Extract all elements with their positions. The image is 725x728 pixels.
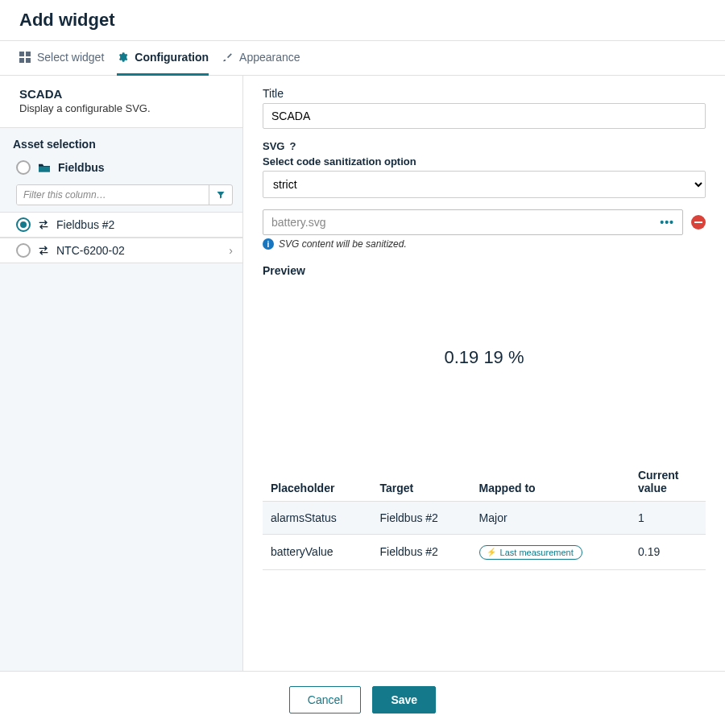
asset-tree: Fieldbus Fieldbus #2 NTC-620 bbox=[0, 155, 242, 671]
tab-label: Select widget bbox=[37, 51, 104, 64]
help-icon[interactable]: ? bbox=[289, 140, 296, 152]
footer: Cancel Save bbox=[0, 671, 725, 728]
file-browse-icon[interactable]: ••• bbox=[660, 216, 674, 229]
info-icon: i bbox=[263, 238, 274, 250]
svg-rect-2 bbox=[19, 58, 24, 63]
tree-label: NTC-6200-02 bbox=[56, 244, 222, 257]
preview-value: 0.19 19 % bbox=[444, 347, 524, 368]
file-input[interactable]: battery.svg ••• bbox=[263, 209, 683, 235]
title-label: Title bbox=[263, 87, 706, 100]
radio-checked[interactable] bbox=[16, 217, 31, 232]
tree-label: Fieldbus bbox=[58, 161, 233, 174]
widget-description: Display a configurable SVG. bbox=[19, 102, 223, 114]
remove-file-button[interactable] bbox=[691, 215, 706, 230]
table-row[interactable]: batteryValue Fieldbus #2 ⚡ Last measurem… bbox=[263, 535, 706, 570]
right-column: Title SVG ? Select code sanitization opt… bbox=[243, 76, 725, 671]
cell-target: Fieldbus #2 bbox=[372, 535, 471, 570]
th-placeholder: Placeholder bbox=[263, 462, 372, 502]
tabs-bar: Select widget Configuration Appearance bbox=[0, 40, 725, 76]
mapping-table: Placeholder Target Mapped to Currentvalu… bbox=[263, 462, 706, 570]
chevron-right-icon[interactable]: › bbox=[229, 244, 233, 257]
sanitize-note: i SVG content will be sanitized. bbox=[263, 238, 706, 250]
gear-icon bbox=[117, 52, 128, 63]
tree-row-fieldbus2[interactable]: Fieldbus #2 bbox=[0, 212, 242, 238]
cell-placeholder: batteryValue bbox=[263, 535, 372, 570]
main-area: SCADA Display a configurable SVG. Asset … bbox=[0, 76, 725, 671]
asset-selection-header: Asset selection bbox=[0, 127, 242, 155]
filter-input[interactable] bbox=[17, 185, 209, 205]
brush-icon bbox=[222, 52, 233, 63]
svg-rect-1 bbox=[26, 52, 31, 56]
cancel-button[interactable]: Cancel bbox=[289, 686, 362, 714]
radio-unchecked[interactable] bbox=[16, 160, 31, 175]
svg-label: SVG ? bbox=[263, 140, 706, 152]
th-mapped: Mapped to bbox=[471, 462, 630, 502]
measurement-badge: ⚡ Last measurement bbox=[479, 545, 582, 560]
svg-rect-0 bbox=[19, 52, 24, 56]
tab-label: Appearance bbox=[239, 51, 300, 64]
table-row[interactable]: alarmsStatus Fieldbus #2 Major 1 bbox=[263, 502, 706, 535]
bolt-icon: ⚡ bbox=[487, 548, 496, 556]
folder-icon bbox=[37, 162, 52, 173]
svg-rect-3 bbox=[26, 58, 31, 63]
filter-wrap bbox=[16, 184, 233, 205]
exchange-icon bbox=[37, 245, 50, 256]
tab-configuration[interactable]: Configuration bbox=[117, 41, 209, 76]
sanitize-select[interactable]: strict bbox=[263, 171, 706, 198]
cell-current: 1 bbox=[630, 502, 706, 535]
tree-label: Fieldbus #2 bbox=[56, 218, 233, 231]
filter-icon[interactable] bbox=[209, 185, 232, 205]
preview-area: 0.19 19 % bbox=[263, 277, 706, 438]
page-title: Add widget bbox=[19, 10, 706, 31]
cell-mapped: ⚡ Last measurement bbox=[471, 535, 630, 570]
title-input[interactable] bbox=[263, 103, 706, 129]
widget-name: SCADA bbox=[19, 87, 223, 101]
cell-target: Fieldbus #2 bbox=[372, 502, 471, 535]
tab-appearance[interactable]: Appearance bbox=[222, 41, 300, 76]
grid-icon bbox=[19, 52, 31, 63]
file-name: battery.svg bbox=[271, 216, 325, 229]
save-button[interactable]: Save bbox=[372, 686, 436, 714]
cell-placeholder: alarmsStatus bbox=[263, 502, 372, 535]
tab-label: Configuration bbox=[135, 51, 209, 64]
tree-root-row[interactable]: Fieldbus bbox=[0, 155, 242, 180]
th-current: Currentvalue bbox=[630, 462, 706, 502]
exchange-icon bbox=[37, 219, 50, 230]
cell-current: 0.19 bbox=[630, 535, 706, 570]
cell-mapped: Major bbox=[471, 502, 630, 535]
preview-label: Preview bbox=[263, 264, 706, 277]
left-column: SCADA Display a configurable SVG. Asset … bbox=[0, 76, 243, 671]
sanitize-label: Select code sanitization option bbox=[263, 155, 706, 168]
tab-select-widget[interactable]: Select widget bbox=[19, 41, 104, 76]
tree-row-ntc[interactable]: NTC-6200-02 › bbox=[0, 238, 242, 263]
th-target: Target bbox=[372, 462, 471, 502]
radio-unchecked[interactable] bbox=[16, 243, 31, 258]
